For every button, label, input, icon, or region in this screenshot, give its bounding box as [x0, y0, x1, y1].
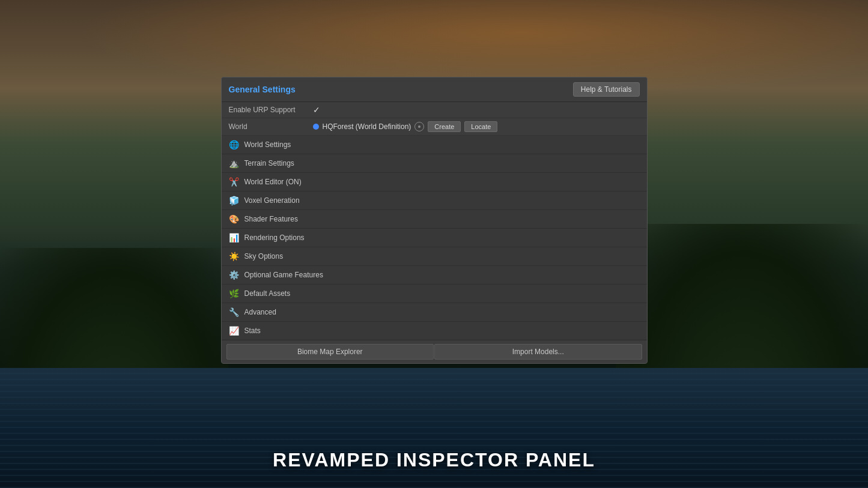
menu-item-terrain-settings[interactable]: ⛰️ Terrain Settings	[222, 154, 647, 173]
locate-button[interactable]: Locate	[464, 121, 497, 132]
help-button[interactable]: Help & Tutorials	[573, 82, 640, 97]
world-indicator	[313, 124, 319, 130]
menu-item-advanced[interactable]: 🔧 Advanced	[222, 303, 647, 322]
rendering-options-icon: 📊	[229, 232, 240, 243]
menu-item-optional-features[interactable]: ⚙️ Optional Game Features	[222, 266, 647, 285]
optional-features-label: Optional Game Features	[244, 271, 323, 279]
panel-footer: Biome Map Explorer Import Models...	[222, 340, 647, 363]
menu-item-rendering-options[interactable]: 📊 Rendering Options	[222, 229, 647, 247]
advanced-label: Advanced	[244, 308, 276, 316]
voxel-generation-label: Voxel Generation	[244, 196, 300, 205]
urp-row: Enable URP Support ✓	[222, 102, 647, 118]
create-button[interactable]: Create	[428, 121, 461, 132]
world-editor-icon: ✂️	[229, 176, 240, 187]
world-settings-label: World Settings	[244, 140, 291, 149]
advanced-icon: 🔧	[229, 307, 240, 318]
import-models-button[interactable]: Import Models...	[434, 344, 642, 360]
world-editor-label: World Editor (ON)	[244, 178, 302, 186]
menu-item-voxel-generation[interactable]: 🧊 Voxel Generation	[222, 191, 647, 210]
default-assets-label: Default Assets	[244, 289, 291, 298]
menu-item-stats[interactable]: 📈 Stats	[222, 322, 647, 340]
terrain-settings-label: Terrain Settings	[244, 159, 294, 167]
panel-header: General Settings Help & Tutorials	[222, 77, 647, 102]
menu-item-sky-options[interactable]: ☀️ Sky Options	[222, 247, 647, 266]
urp-checkmark: ✓	[313, 105, 320, 115]
inspector-panel: General Settings Help & Tutorials Enable…	[221, 77, 648, 364]
shader-features-label: Shader Features	[244, 215, 298, 223]
sky-options-label: Sky Options	[244, 252, 284, 261]
urp-value: ✓	[313, 105, 640, 115]
world-row: World HQForest (World Definition) Create…	[222, 118, 647, 136]
default-assets-icon: 🌿	[229, 288, 240, 299]
voxel-generation-icon: 🧊	[229, 195, 240, 206]
panel-title: General Settings	[229, 85, 296, 94]
menu-item-world-editor[interactable]: ✂️ World Editor (ON)	[222, 173, 647, 191]
panel-container: General Settings Help & Tutorials Enable…	[221, 77, 648, 364]
sky-options-icon: ☀️	[229, 251, 240, 262]
biome-map-explorer-button[interactable]: Biome Map Explorer	[226, 344, 434, 360]
rendering-options-label: Rendering Options	[244, 233, 305, 242]
shader-features-icon: 🎨	[229, 214, 240, 224]
menu-item-world-settings[interactable]: 🌐 World Settings	[222, 136, 647, 154]
menu-item-shader-features[interactable]: 🎨 Shader Features	[222, 210, 647, 229]
world-value-container: HQForest (World Definition) Create Locat…	[313, 121, 640, 132]
world-settings-icon: 🌐	[229, 139, 240, 150]
stats-icon: 📈	[229, 325, 240, 336]
terrain-settings-icon: ⛰️	[229, 158, 240, 169]
world-label: World	[229, 122, 313, 131]
menu-items-list: 🌐 World Settings ⛰️ Terrain Settings ✂️ …	[222, 136, 647, 340]
menu-item-default-assets[interactable]: 🌿 Default Assets	[222, 285, 647, 303]
world-name: HQForest (World Definition)	[323, 122, 411, 131]
urp-label: Enable URP Support	[229, 106, 313, 114]
optional-features-icon: ⚙️	[229, 270, 240, 280]
world-target-icon[interactable]	[414, 122, 424, 131]
bottom-title: REVAMPED INSPECTOR PANEL	[273, 449, 595, 471]
stats-label: Stats	[244, 327, 261, 335]
